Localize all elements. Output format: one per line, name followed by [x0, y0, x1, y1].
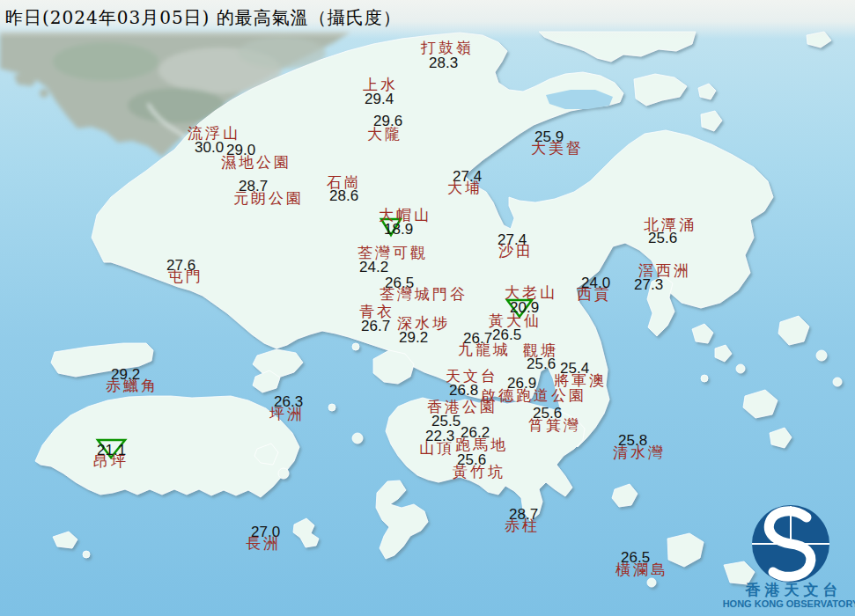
station-value: 29.2: [399, 330, 428, 345]
station-name: 香港公園: [427, 400, 498, 414]
station-name: 荃灣可觀: [357, 246, 428, 260]
hko-logo-name-en: HONG KONG OBSERVATORY: [720, 599, 855, 609]
station-value: 27.3: [634, 277, 663, 292]
station-value: 28.3: [429, 55, 458, 70]
hko-max-temp-map: 昨日(2024年03月05日) 的最高氣溫（攝氏度） 28.3打鼓嶺29.4上水…: [0, 0, 855, 616]
station-name: 沙田: [498, 244, 534, 259]
station-name: 石崗: [327, 175, 362, 190]
station-value: 24.2: [359, 260, 388, 275]
station-name: 大美督: [531, 141, 584, 156]
station-value: 18.9: [384, 222, 413, 237]
station-value: 29.4: [365, 92, 394, 106]
station-name: 流浮山: [188, 126, 240, 141]
station-name: 跑馬地: [455, 437, 508, 452]
station-name: 打鼓嶺: [421, 40, 474, 55]
station-name: 大帽山: [379, 208, 431, 223]
station-name: 大老山: [505, 285, 557, 300]
station-name: 天文台: [446, 369, 498, 384]
station-name: 黃大仙: [489, 313, 542, 328]
hko-logo-name-cn: 香港天文台: [729, 583, 854, 598]
station-value: 26.8: [449, 383, 478, 398]
station-name: 清水灣: [613, 445, 666, 460]
station-name: 西貢: [577, 287, 612, 302]
station-name: 黃竹坑: [453, 465, 505, 480]
stations-layer: 28.3打鼓嶺29.4上水29.6大隴30.0流浮山29.0濕地公園28.7元朗…: [0, 0, 855, 616]
station-name: 元朗公園: [233, 191, 304, 206]
station-name: 赤柱: [505, 518, 540, 533]
station-name: 九龍城: [458, 342, 511, 357]
station-name: 大隴: [367, 127, 402, 142]
station-value: 26.7: [361, 319, 390, 334]
station-name: 大埔: [447, 180, 483, 195]
station-value: 25.5: [431, 414, 461, 429]
station-name: 荃灣城門谷: [380, 287, 468, 302]
station-name: 橫瀾島: [615, 562, 668, 577]
station-name: 滘西洲: [638, 263, 691, 278]
station-name: 北潭涌: [644, 217, 697, 232]
station-name: 坪洲: [269, 407, 305, 422]
station-value: 30.0: [195, 140, 224, 155]
station-name: 觀塘: [523, 343, 558, 358]
station-name: 深水埗: [397, 316, 450, 331]
station-name: 筲箕灣: [528, 418, 581, 433]
station-name: 青衣: [359, 304, 394, 319]
station-name: 昂坪: [93, 454, 129, 469]
station-name: 赤鱲角: [106, 378, 158, 393]
station-name: 長洲: [246, 536, 281, 551]
station-name: 山頂: [419, 441, 454, 456]
station-name: 濕地公園: [221, 155, 291, 170]
station-name: 屯門: [168, 269, 203, 284]
station-name: 上水: [363, 77, 398, 92]
map-title: 昨日(2024年03月05日) 的最高氣溫（攝氏度）: [5, 6, 402, 30]
